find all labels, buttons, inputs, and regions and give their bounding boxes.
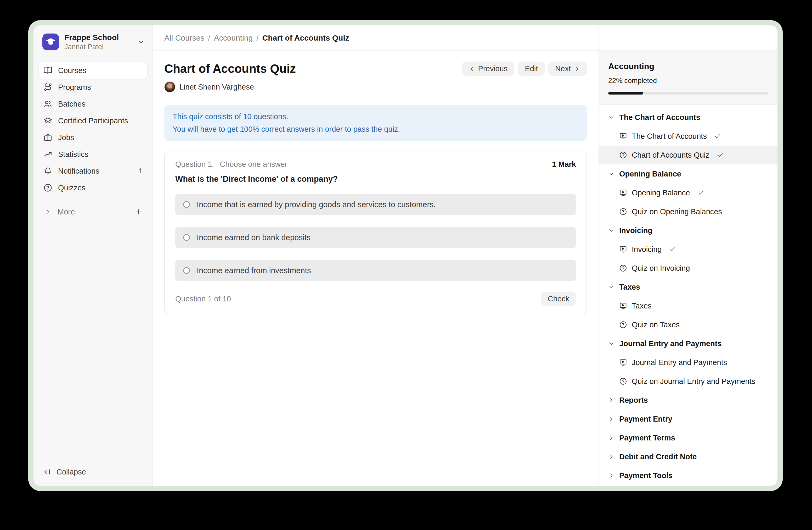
sidebar-item-quizzes[interactable]: Quizzes <box>39 179 147 196</box>
outline-item-label: Quiz on Taxes <box>632 321 680 329</box>
chapter-title: Journal Entry and Payments <box>619 339 722 348</box>
collapse-sidebar-button[interactable]: Collapse <box>39 465 147 479</box>
chapter-row[interactable]: Invoicing <box>599 221 778 240</box>
outline-item-label: Opening Balance <box>632 189 690 197</box>
collapse-label: Collapse <box>57 468 86 476</box>
chapter-row[interactable]: Taxes <box>599 278 778 296</box>
outline-lesson-item[interactable]: Taxes <box>599 296 778 315</box>
breadcrumb-item: Chart of Accounts Quiz <box>262 33 349 42</box>
outline-lesson-item[interactable]: Opening Balance <box>599 183 778 202</box>
notification-count-badge: 1 <box>139 167 143 175</box>
next-button[interactable]: Next <box>548 61 587 76</box>
answer-option-label: Income that is earned by providing goods… <box>197 200 436 209</box>
outline-quiz-item[interactable]: Chart of Accounts Quiz <box>599 145 778 165</box>
sidebar-item-label: Statistics <box>58 150 88 159</box>
chapter-title: Payment Tools <box>619 471 672 480</box>
edit-button[interactable]: Edit <box>518 61 545 76</box>
outline-item-label: Invoicing <box>632 245 662 254</box>
quiz-icon <box>619 377 627 385</box>
app-window: Frappe School Jannat Patel CoursesProgra… <box>28 20 783 491</box>
chapter-title: Payment Entry <box>619 415 672 423</box>
collapse-icon <box>43 468 51 476</box>
sidebar-item-notifications[interactable]: Notifications1 <box>39 163 147 179</box>
outline-quiz-item[interactable]: Quiz on Journal Entry and Payments <box>599 372 778 391</box>
sidebar-item-label: Notifications <box>58 167 99 176</box>
left-sidebar: Frappe School Jannat Patel CoursesProgra… <box>33 25 153 486</box>
chapter-row[interactable]: Debit and Credit Note <box>599 447 778 466</box>
answer-option[interactable]: Income earned on bank deposits <box>175 227 576 248</box>
progress-bar <box>608 92 768 95</box>
sidebar-item-label: Programs <box>58 83 91 92</box>
radio-button[interactable] <box>183 234 190 241</box>
outline-quiz-item[interactable]: Quiz on Taxes <box>599 315 778 334</box>
chapter-row[interactable]: The Chart of Accounts <box>599 108 778 127</box>
chevron-down-icon <box>608 114 614 121</box>
answer-option[interactable]: Income that is earned by providing goods… <box>175 194 576 215</box>
sidebar-item-statistics[interactable]: Statistics <box>39 146 147 163</box>
outline-item-label: Quiz on Opening Balances <box>632 207 722 216</box>
quiz-icon <box>619 264 627 272</box>
lesson-video-icon <box>619 132 627 140</box>
breadcrumb-separator: / <box>208 33 210 42</box>
outline-quiz-item[interactable]: Quiz on Invoicing <box>599 259 778 278</box>
sidebar-more[interactable]: More <box>39 204 147 220</box>
users-icon <box>43 99 52 108</box>
chapter-title: Payment Terms <box>619 434 675 442</box>
lesson-video-icon <box>619 189 627 197</box>
chevron-down-icon <box>608 227 614 234</box>
breadcrumb-item[interactable]: All Courses <box>164 33 204 42</box>
sidebar-item-batches[interactable]: Batches <box>39 96 147 112</box>
question-progress: Question 1 of 10 <box>175 295 231 303</box>
chapter-row[interactable]: Payment Tools <box>599 466 778 485</box>
chapter-row[interactable]: Reports <box>599 391 778 409</box>
sidebar-item-courses[interactable]: Courses <box>39 62 147 79</box>
sidebar-item-programs[interactable]: Programs <box>39 79 147 96</box>
help-circle-icon <box>43 183 52 192</box>
chapter-row[interactable]: Payment Entry <box>599 409 778 428</box>
outline-item-label: Quiz on Journal Entry and Payments <box>632 377 755 386</box>
check-button[interactable]: Check <box>541 292 576 306</box>
chapter-row[interactable]: Opening Balance <box>599 165 778 183</box>
workspace-switcher[interactable]: Frappe School Jannat Patel <box>39 31 147 53</box>
chapter-row[interactable]: Journal Entry and Payments <box>599 334 778 353</box>
chevron-right-icon <box>44 208 51 215</box>
outline-quiz-item[interactable]: Quiz on Opening Balances <box>599 202 778 221</box>
answer-option-label: Income earned on bank deposits <box>197 233 310 242</box>
outline-lesson-item[interactable]: Journal Entry and Payments <box>599 353 778 372</box>
chevron-down-icon[interactable] <box>137 38 145 45</box>
previous-button[interactable]: Previous <box>462 61 514 76</box>
lesson-video-icon <box>619 245 627 253</box>
sidebar-item-certified-participants[interactable]: Certified Participants <box>39 112 147 129</box>
instruction-line: You will have to get 100% correct answer… <box>173 123 579 135</box>
question-text: What is the 'Direct Income' of a company… <box>175 175 576 184</box>
radio-button[interactable] <box>183 201 190 208</box>
question-card: Question 1: Choose one answer 1 Mark Wha… <box>164 151 587 314</box>
question-label: Question 1: <box>175 160 214 169</box>
sidebar-item-label: Certified Participants <box>58 116 128 125</box>
sidebar-item-label: Quizzes <box>58 184 86 192</box>
outline-header: Accounting 22% completed <box>599 51 778 105</box>
main-area: All Courses/Accounting/Chart of Accounts… <box>153 25 598 486</box>
workspace-title: Frappe School <box>64 33 132 42</box>
plus-icon[interactable] <box>135 208 142 215</box>
chevron-right-icon <box>574 66 580 72</box>
chevron-right-icon <box>608 472 614 479</box>
sidebar-item-jobs[interactable]: Jobs <box>39 129 147 146</box>
chapter-row[interactable]: Payment Terms <box>599 428 778 447</box>
quiz-icon <box>619 208 627 215</box>
lesson-video-icon <box>619 302 627 310</box>
outline-lesson-item[interactable]: Invoicing <box>599 240 778 259</box>
briefcase-icon <box>43 133 52 142</box>
trending-up-icon <box>43 150 52 159</box>
chevron-down-icon <box>608 340 614 347</box>
completed-check-icon <box>695 189 704 196</box>
outline-lesson-item[interactable]: The Chart of Accounts <box>599 127 778 145</box>
sidebar-item-label: Batches <box>58 100 86 108</box>
more-label: More <box>58 208 75 216</box>
answer-option[interactable]: Income earned from investments <box>175 260 576 281</box>
breadcrumb-separator: / <box>256 33 259 42</box>
course-outline-panel: Accounting 22% completed The Chart of Ac… <box>598 25 778 486</box>
radio-button[interactable] <box>183 267 190 274</box>
graduation-cap-logo-icon <box>45 36 57 48</box>
breadcrumb-item[interactable]: Accounting <box>214 33 253 42</box>
